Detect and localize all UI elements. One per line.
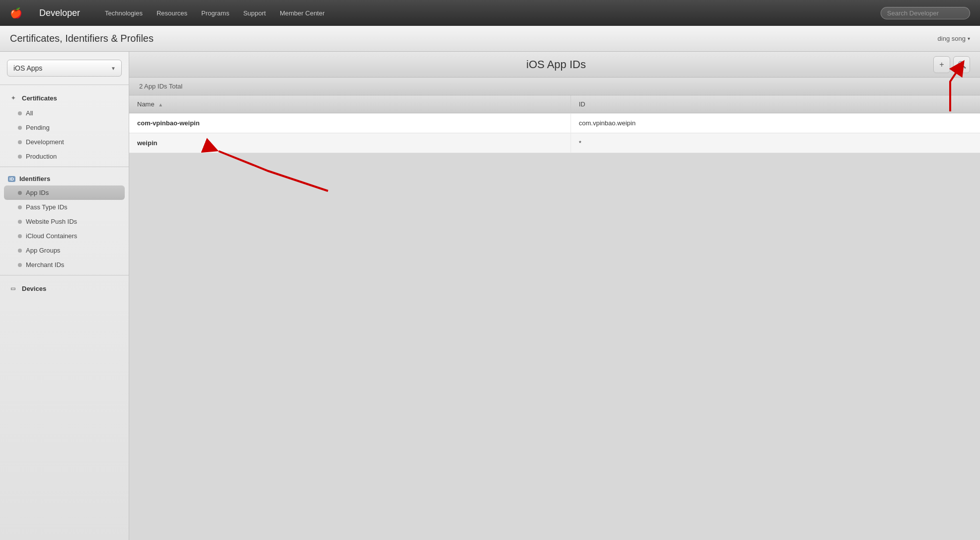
bullet-icon xyxy=(18,249,22,253)
nav-resources[interactable]: Resources xyxy=(157,9,187,17)
certificates-icon: ✦ xyxy=(8,93,18,103)
sidebar-item-label: Development xyxy=(26,138,64,146)
certificates-label: Certificates xyxy=(22,94,57,102)
sidebar-item-label: All xyxy=(26,109,33,117)
sidebar-item-development[interactable]: Development xyxy=(0,135,129,149)
nav-member-center[interactable]: Member Center xyxy=(280,9,325,17)
sidebar-item-app-groups[interactable]: App Groups xyxy=(0,243,129,258)
bullet-icon xyxy=(18,140,22,144)
sidebar-item-label: App IDs xyxy=(26,189,49,196)
summary-text: 2 App IDs Total xyxy=(139,83,182,90)
sidebar-item-label: Pending xyxy=(26,124,50,131)
search-input[interactable] xyxy=(881,7,970,19)
col-id: ID xyxy=(571,95,980,113)
content-title: iOS App IDs xyxy=(179,58,933,71)
bullet-icon xyxy=(18,126,22,130)
bullet-icon xyxy=(18,234,22,238)
sidebar-item-merchant-ids[interactable]: Merchant IDs xyxy=(0,258,129,272)
user-name: ding song xyxy=(938,35,966,42)
bullet-icon xyxy=(18,220,22,224)
search-button[interactable]: 🔍 xyxy=(953,56,970,73)
sidebar-item-pending[interactable]: Pending xyxy=(0,120,129,135)
certificates-section-header: ✦ Certificates xyxy=(0,88,129,106)
bullet-icon xyxy=(18,155,22,159)
sidebar-item-label: Merchant IDs xyxy=(26,261,64,269)
sort-icon: ▲ xyxy=(158,102,163,107)
sidebar-divider-2 xyxy=(0,167,129,167)
content-header: iOS App IDs + 🔍 xyxy=(129,52,980,78)
devices-section-header: ▭ Devices xyxy=(0,278,129,296)
sidebar-dropdown-wrapper: iOS Apps Mac Apps Pass Type IDs xyxy=(7,60,122,77)
nav-technologies[interactable]: Technologies xyxy=(105,9,143,17)
identifiers-section-header: ID Identifiers xyxy=(0,170,129,185)
sidebar: iOS Apps Mac Apps Pass Type IDs ✦ Certif… xyxy=(0,52,129,540)
app-ids-table: Name ▲ ID com-vpinbao-weipin com.vpinbao… xyxy=(129,95,980,153)
sidebar-item-label: Pass Type IDs xyxy=(26,203,68,211)
app-id: com.vpinbao.weipin xyxy=(571,113,980,133)
platform-selector[interactable]: iOS Apps Mac Apps Pass Type IDs xyxy=(7,60,122,77)
summary-bar: 2 App IDs Total xyxy=(129,78,980,95)
identifiers-icon: ID xyxy=(8,176,15,182)
sidebar-divider-1 xyxy=(0,85,129,85)
table-row[interactable]: weipin * xyxy=(129,133,980,153)
sidebar-item-all[interactable]: All xyxy=(0,106,129,120)
chevron-down-icon: ▾ xyxy=(968,36,970,41)
sidebar-item-label: Website Push IDs xyxy=(26,218,77,225)
nav-links: Technologies Resources Programs Support … xyxy=(105,9,866,17)
add-button[interactable]: + xyxy=(933,56,950,73)
identifiers-label: Identifiers xyxy=(19,175,50,182)
app-name: com-vpinbao-weipin xyxy=(129,113,571,133)
table-row[interactable]: com-vpinbao-weipin com.vpinbao.weipin xyxy=(129,113,980,133)
table-header-row: Name ▲ ID xyxy=(129,95,980,113)
content-area: iOS App IDs + 🔍 2 App IDs Total Name ▲ I… xyxy=(129,52,980,540)
sidebar-item-app-ids[interactable]: App IDs xyxy=(4,185,125,200)
bullet-icon xyxy=(18,263,22,267)
sidebar-item-production[interactable]: Production xyxy=(0,149,129,164)
app-id: * xyxy=(571,133,980,153)
sidebar-item-icloud-containers[interactable]: iCloud Containers xyxy=(0,229,129,243)
bullet-icon xyxy=(18,191,22,195)
apple-logo-icon: 🍎 xyxy=(10,7,22,19)
sidebar-item-label: iCloud Containers xyxy=(26,232,77,240)
sidebar-item-label: App Groups xyxy=(26,247,60,254)
bullet-icon xyxy=(18,205,22,209)
app-name: weipin xyxy=(129,133,571,153)
main-layout: iOS Apps Mac Apps Pass Type IDs ✦ Certif… xyxy=(0,52,980,540)
brand-name: Developer xyxy=(39,8,80,18)
sidebar-item-website-push-ids[interactable]: Website Push IDs xyxy=(0,214,129,229)
sidebar-item-label: Production xyxy=(26,153,57,160)
top-navigation: 🍎 Developer Technologies Resources Progr… xyxy=(0,0,980,26)
user-menu[interactable]: ding song ▾ xyxy=(938,35,970,42)
device-icon: ▭ xyxy=(8,283,18,293)
sub-header: Certificates, Identifiers & Profiles din… xyxy=(0,26,980,52)
nav-support[interactable]: Support xyxy=(243,9,266,17)
col-name: Name ▲ xyxy=(129,95,571,113)
page-title: Certificates, Identifiers & Profiles xyxy=(10,33,154,44)
sidebar-divider-3 xyxy=(0,275,129,275)
devices-label: Devices xyxy=(22,285,46,292)
bullet-icon xyxy=(18,111,22,115)
nav-programs[interactable]: Programs xyxy=(201,9,229,17)
content-actions: + 🔍 xyxy=(933,56,970,73)
sidebar-item-pass-type-ids[interactable]: Pass Type IDs xyxy=(0,200,129,214)
